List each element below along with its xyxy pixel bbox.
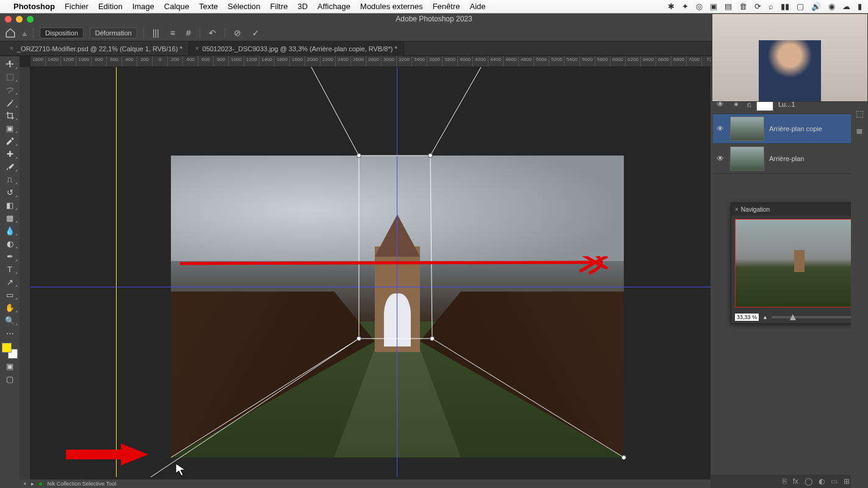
stamp-tool[interactable]: ⎍: [2, 174, 18, 185]
blur-tool[interactable]: 💧: [2, 225, 18, 236]
status-icon[interactable]: 🔊: [811, 2, 821, 11]
menu-app[interactable]: Photoshop: [13, 2, 55, 11]
lasso-tool[interactable]: [2, 84, 18, 95]
status-icon[interactable]: ✱: [668, 2, 675, 11]
marquee-tool[interactable]: [2, 71, 18, 82]
status-icon[interactable]: ▮▮: [781, 2, 789, 11]
more-tools[interactable]: ⋯: [2, 328, 18, 339]
warp-handle[interactable]: [621, 455, 626, 460]
eraser-tool[interactable]: ◧: [2, 199, 18, 210]
align-bars-icon[interactable]: |||: [150, 28, 162, 38]
foreground-color[interactable]: [2, 343, 12, 353]
visibility-toggle-icon[interactable]: 👁: [715, 124, 725, 133]
close-tab-icon[interactable]: ×: [10, 45, 13, 52]
zoom-out-icon[interactable]: ▲: [762, 314, 768, 320]
hand-tool[interactable]: ✋: [2, 302, 18, 313]
status-icon[interactable]: ▤: [725, 2, 732, 11]
adjustment-icon[interactable]: ◐: [819, 477, 825, 486]
status-icon[interactable]: ▮: [858, 2, 862, 11]
menu-file[interactable]: Fichier: [65, 2, 89, 11]
brush-tool[interactable]: [2, 161, 18, 172]
move-tool[interactable]: [2, 59, 18, 70]
menu-image[interactable]: Image: [132, 2, 154, 11]
healing-tool[interactable]: ✚: [2, 148, 18, 159]
gradient-tool[interactable]: ▦: [2, 212, 18, 223]
navigator-preview[interactable]: [735, 219, 864, 307]
mask-icon[interactable]: ◯: [805, 477, 812, 486]
color-swatches[interactable]: [2, 343, 18, 359]
status-icon[interactable]: ☁: [842, 2, 850, 11]
canvas[interactable]: [31, 67, 711, 477]
layer-thumb[interactable]: [730, 146, 764, 171]
history-brush-tool[interactable]: ↺: [2, 187, 18, 198]
status-icon[interactable]: ⟳: [754, 2, 761, 11]
status-icon[interactable]: 🗑: [739, 2, 747, 11]
menu-layer[interactable]: Calque: [164, 2, 189, 11]
menu-edit[interactable]: Edition: [98, 2, 123, 11]
warp-handle[interactable]: [356, 153, 361, 158]
panel-icon[interactable]: ≣: [856, 126, 863, 135]
layer-row[interactable]: 👁 Arrière-plan copie ◉ ▾: [713, 114, 866, 144]
link-layers-icon[interactable]: ⎘: [783, 477, 787, 486]
wand-tool[interactable]: [2, 97, 18, 108]
menu-select[interactable]: Sélection: [228, 2, 260, 11]
status-icon[interactable]: ⌕: [769, 2, 773, 11]
warp-handle[interactable]: [356, 336, 361, 341]
zoom-tool[interactable]: 🔍: [2, 315, 18, 326]
fx-icon[interactable]: fx: [793, 477, 798, 486]
status-icon[interactable]: ▢: [797, 2, 804, 11]
status-icon[interactable]: ◎: [696, 2, 703, 11]
align-horiz-icon[interactable]: ≡: [168, 28, 178, 38]
status-icon[interactable]: ▣: [710, 2, 717, 11]
menu-view[interactable]: Affichage: [317, 2, 350, 11]
screen-mode-toggle[interactable]: ▢: [2, 373, 18, 384]
group-icon[interactable]: ▭: [831, 477, 837, 486]
menu-window[interactable]: Fenêtre: [433, 2, 460, 11]
warp-handle[interactable]: [430, 336, 435, 341]
layer-row[interactable]: 👁 Arrière-plan 🔒: [713, 144, 866, 174]
text-tool[interactable]: T: [2, 264, 18, 274]
navigation-panel[interactable]: × Navigation ◂◂ ≡ 33,33 % ▲ ▲: [731, 203, 868, 324]
mode-warp-button[interactable]: Déformation: [90, 27, 137, 38]
path-tool[interactable]: ↗: [2, 276, 18, 287]
warp-tool-icon[interactable]: ⟁: [22, 28, 27, 38]
document-tab[interactable]: × _ORZ2710-Modifier.psd @ 22,1% (Calque …: [4, 41, 189, 56]
horizontal-ruler[interactable]: 1600140012001000800600400200020040060080…: [31, 56, 711, 67]
grid-icon[interactable]: #: [184, 28, 193, 38]
layer-thumb[interactable]: [730, 117, 764, 141]
visibility-toggle-icon[interactable]: 👁: [715, 154, 725, 163]
frame-tool[interactable]: ▣: [2, 123, 18, 134]
menu-3d[interactable]: 3D: [297, 2, 308, 11]
quickmask-toggle[interactable]: ▣: [2, 361, 18, 371]
eyedropper-tool[interactable]: [2, 135, 18, 146]
home-icon[interactable]: [5, 27, 16, 38]
dodge-tool[interactable]: ◐: [2, 238, 18, 249]
status-icon[interactable]: ✦: [682, 2, 689, 11]
undo-icon[interactable]: ↶: [206, 28, 219, 38]
menu-help[interactable]: Aide: [469, 2, 485, 11]
new-layer-icon[interactable]: ⊞: [844, 477, 850, 486]
maximize-window-button[interactable]: [27, 16, 34, 23]
vertical-ruler[interactable]: [20, 67, 31, 488]
menu-text[interactable]: Texte: [199, 2, 218, 11]
pen-tool[interactable]: ✒: [2, 251, 18, 262]
canvas-area[interactable]: 1600140012001000800600400200020040060080…: [20, 56, 711, 488]
close-icon[interactable]: ×: [23, 481, 26, 487]
shape-tool[interactable]: ▭: [2, 289, 18, 300]
crop-tool[interactable]: [2, 110, 18, 121]
document-tab[interactable]: × 05012023-_DSC9033.jpg @ 33,3% (Arrière…: [189, 41, 404, 56]
close-tab-icon[interactable]: ×: [195, 45, 199, 52]
warp-handle[interactable]: [428, 153, 433, 158]
menu-filter[interactable]: Filtre: [270, 2, 288, 11]
close-window-button[interactable]: [5, 16, 12, 23]
status-icon[interactable]: ◉: [828, 2, 835, 11]
commit-icon[interactable]: ✓: [250, 28, 262, 38]
panel-icon[interactable]: ⬚: [856, 109, 864, 118]
cancel-icon[interactable]: ⊘: [231, 28, 244, 38]
menu-plugins[interactable]: Modules externes: [360, 2, 423, 11]
zoom-slider[interactable]: [772, 316, 855, 318]
mode-layout-button[interactable]: Disposition: [40, 27, 84, 38]
minimize-window-button[interactable]: [16, 16, 23, 23]
expand-icon[interactable]: ▸: [31, 481, 34, 487]
zoom-value[interactable]: 33,33 %: [735, 314, 759, 321]
